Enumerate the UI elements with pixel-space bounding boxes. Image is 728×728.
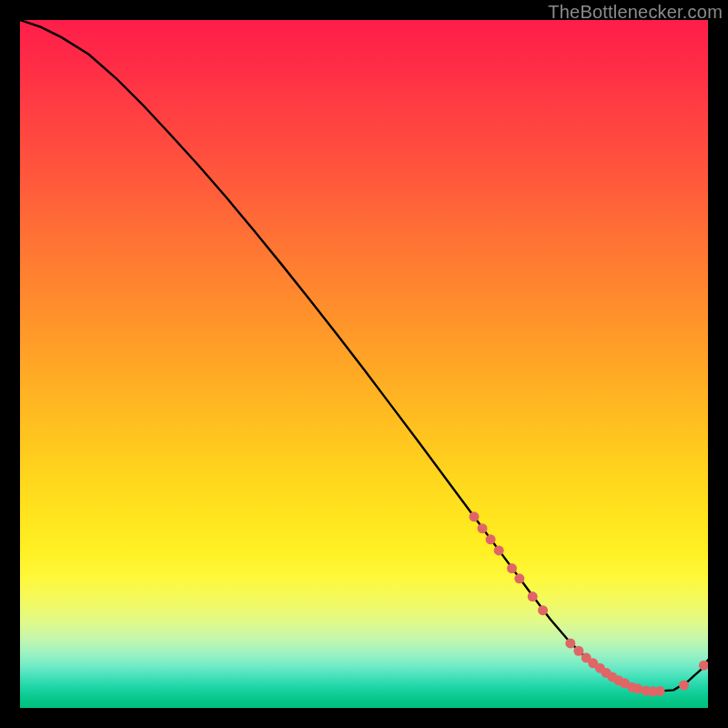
data-marker [538, 605, 548, 615]
watermark-text: TheBottlenecker.com [548, 2, 723, 23]
bottleneck-curve-path [20, 20, 708, 692]
curve-layer [20, 20, 708, 708]
chart-stage: TheBottlenecker.com [0, 0, 728, 728]
data-marker [514, 573, 524, 583]
curve-group [20, 20, 708, 692]
plot-area [20, 20, 708, 708]
data-marker [494, 545, 504, 555]
data-marker [655, 686, 665, 696]
data-marker [478, 523, 488, 533]
data-marker [679, 681, 689, 691]
marker-group [469, 511, 708, 696]
data-marker [469, 511, 479, 521]
data-marker [565, 638, 575, 648]
data-marker [486, 534, 496, 544]
data-marker [573, 646, 583, 656]
data-marker [528, 592, 538, 602]
data-marker [507, 563, 517, 573]
